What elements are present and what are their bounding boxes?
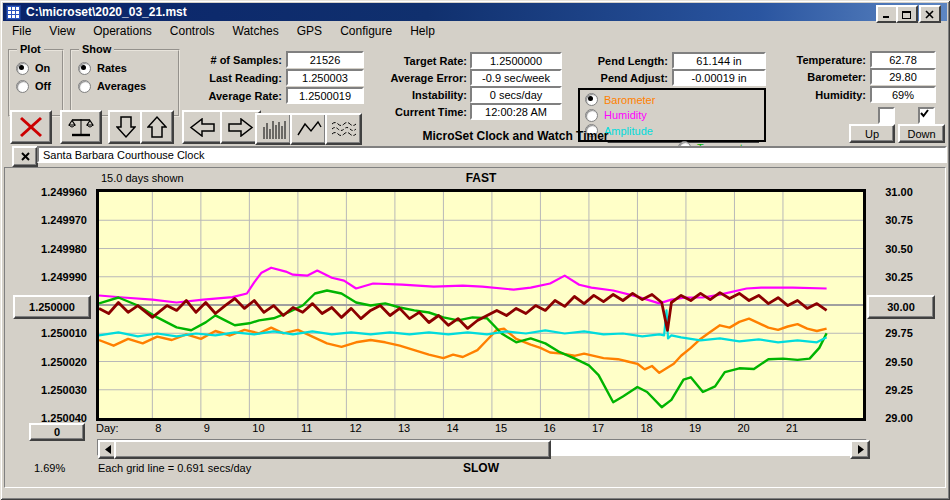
- show-options: RatesAverages: [78, 59, 146, 95]
- radio-icon[interactable]: [78, 62, 91, 75]
- last-reading-label: Last Reading:: [162, 72, 282, 84]
- x-tick-day-19: 19: [689, 422, 701, 434]
- scroll-left-button[interactable]: [182, 110, 223, 144]
- x-tick-day-12: 12: [349, 422, 361, 434]
- right-axis-tick-29.25: 29.25: [867, 384, 931, 396]
- x-tick-day-8: 8: [155, 422, 161, 434]
- menu-item-operations[interactable]: Operations: [84, 22, 161, 40]
- radio-option-averages[interactable]: Averages: [78, 77, 146, 95]
- radio-icon[interactable]: [585, 109, 598, 122]
- right-axis-center-button[interactable]: 30.00: [867, 295, 935, 319]
- clear-filename-button[interactable]: [12, 146, 38, 167]
- radio-option-off[interactable]: Off: [16, 77, 51, 95]
- radio-icon[interactable]: [16, 62, 29, 75]
- menu-item-file[interactable]: File: [3, 22, 40, 40]
- arrow-right-icon: [227, 118, 254, 137]
- menu-bar: FileViewOperationsControlsWatchesGPSConf…: [3, 21, 947, 40]
- radio-label: Humidity: [604, 109, 647, 121]
- left-axis-tick-1.250040: 1.250040: [7, 412, 87, 424]
- menu-item-help[interactable]: Help: [401, 22, 444, 40]
- scrollbar-right-arrow[interactable]: [850, 440, 870, 459]
- right-axis-tick-31.00: 31.00: [867, 186, 931, 198]
- zero-button[interactable]: 0: [29, 423, 85, 441]
- x-tick-day-18: 18: [640, 422, 652, 434]
- shift-up-button[interactable]: [140, 110, 174, 144]
- left-axis-center-button[interactable]: 1.250000: [13, 295, 91, 319]
- radio-option-on[interactable]: On: [16, 59, 51, 77]
- slow-label: SLOW: [96, 461, 866, 475]
- menu-item-view[interactable]: View: [40, 22, 84, 40]
- microset-window: { "window": { "title": "C:\\microset\\20…: [0, 0, 950, 500]
- average-rate-label: Average Rate:: [162, 90, 282, 102]
- radio-label: On: [35, 62, 50, 74]
- series-barometer: [99, 319, 827, 373]
- delete-button[interactable]: [10, 110, 52, 144]
- x-tick-day-10: 10: [252, 422, 264, 434]
- line-view-button[interactable]: [290, 113, 327, 145]
- app-icon: [6, 5, 21, 20]
- day-axis-label: Day:: [96, 422, 119, 434]
- pend-length-field: 61.144 in: [672, 52, 766, 69]
- left-axis-tick-1.249960: 1.249960: [7, 186, 87, 198]
- barometer-field: 29.80: [870, 68, 936, 85]
- x-tick-day-11: 11: [301, 422, 312, 434]
- right-axis-tick-30.75: 30.75: [867, 214, 931, 226]
- window-title: C:\microset\2020_03_21.mst: [26, 5, 187, 19]
- humidity-label: Humidity:: [756, 89, 866, 101]
- zoom-percent-label: 1.69%: [34, 462, 65, 474]
- checkbox-left[interactable]: [878, 107, 895, 124]
- up-button[interactable]: Up: [849, 124, 895, 143]
- radio-label: Barometer: [604, 94, 655, 106]
- radio-option-rates[interactable]: Rates: [78, 59, 146, 77]
- right-axis-tick-29.50: 29.50: [867, 356, 931, 368]
- x-tick-day-9: 9: [204, 422, 210, 434]
- radio-label: Off: [35, 80, 51, 92]
- pend-adjust-label: Pend Adjust:: [558, 72, 668, 84]
- menu-item-gps[interactable]: GPS: [288, 22, 331, 40]
- left-axis-tick-1.249970: 1.249970: [7, 214, 87, 226]
- chart-svg: [99, 192, 863, 418]
- barometer-label: Barometer:: [756, 71, 866, 83]
- down-button[interactable]: Down: [898, 124, 945, 143]
- radio-icon[interactable]: [16, 80, 29, 93]
- small-x-icon: [21, 152, 30, 161]
- time-scrollbar[interactable]: [97, 439, 867, 456]
- checkbox-right[interactable]: [918, 107, 935, 124]
- app-caption: MicroSet Clock and Watch Timer: [373, 129, 658, 143]
- radio-icon[interactable]: [585, 93, 598, 106]
- average-error-label: Average Error:: [357, 72, 467, 84]
- wavy-view-button[interactable]: [325, 113, 362, 145]
- balance-button[interactable]: [60, 110, 102, 144]
- x-tick-day-21: 21: [786, 422, 798, 434]
- x-tick-day-13: 13: [398, 422, 410, 434]
- menu-item-configure[interactable]: Configure: [331, 22, 401, 40]
- radio-option-barometer[interactable]: Barometer: [585, 92, 655, 107]
- title-bar[interactable]: C:\microset\2020_03_21.mst: [3, 3, 947, 21]
- clock-name-input[interactable]: Santa Barbara Courthouse Clock: [37, 146, 947, 163]
- average-rate-field: 1.2500019: [286, 87, 364, 104]
- target-rate-field: 1.2500000: [470, 52, 562, 69]
- menu-item-watches[interactable]: Watches: [224, 22, 288, 40]
- show-group-label: Show: [79, 43, 114, 55]
- menu-item-controls[interactable]: Controls: [161, 22, 224, 40]
- target-rate-label: Target Rate:: [357, 55, 467, 67]
- radio-icon[interactable]: [78, 80, 91, 93]
- histogram-icon: [262, 119, 286, 139]
- left-triangle-icon: [105, 445, 112, 454]
- scrollbar-thumb[interactable]: [114, 440, 551, 459]
- radio-option-humidity[interactable]: Humidity: [585, 108, 647, 123]
- humidity-field: 69%: [870, 86, 936, 103]
- samples-label: # of Samples:: [162, 54, 282, 66]
- shift-down-button[interactable]: [108, 110, 143, 144]
- current-time-label: Current Time:: [357, 106, 467, 118]
- right-axis-tick-29.00: 29.00: [867, 412, 931, 424]
- instability-label: Instability:: [357, 89, 467, 101]
- x-tick-day-17: 17: [592, 422, 604, 434]
- x-tick-day-20: 20: [737, 422, 749, 434]
- series-humidity: [99, 268, 827, 304]
- right-axis-tick-30.25: 30.25: [867, 271, 931, 283]
- histogram-view-button[interactable]: [255, 113, 292, 145]
- current-time-field: 12:00:28 AM: [470, 103, 562, 120]
- x-tick-day-15: 15: [495, 422, 507, 434]
- instability-field: 0 secs/day: [470, 86, 562, 103]
